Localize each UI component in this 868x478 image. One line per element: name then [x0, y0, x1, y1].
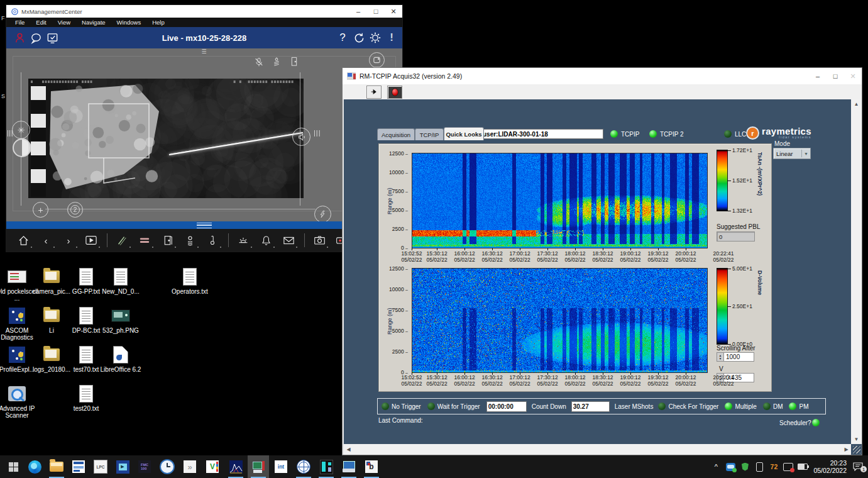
fmc-100[interactable]: FMC100: [134, 455, 155, 478]
spinner-arrows-icon[interactable]: ▲▼: [717, 352, 724, 362]
desktop-icon-advanced-ip-scanner[interactable]: Advanced IP Scanner: [0, 384, 40, 419]
snapshot-icon[interactable]: [310, 233, 329, 248]
home-icon[interactable]: [14, 233, 33, 248]
preset-pin-icon[interactable]: 2: [67, 202, 83, 218]
signal-plot[interactable]: [225, 455, 246, 478]
mic-muted-icon[interactable]: [253, 57, 265, 70]
user-id-input[interactable]: [480, 129, 603, 139]
menu-navigate[interactable]: Navigate: [76, 19, 111, 26]
taskbar: ^ 72 20:23 05/02/2022 1 LPC▶FMC100»Vintb: [0, 455, 868, 478]
rm-maximize-button[interactable]: □: [827, 68, 844, 84]
help-icon[interactable]: ?: [334, 30, 351, 46]
rm-tcpip-acquis[interactable]: [248, 455, 269, 478]
lightning-icon[interactable]: [314, 206, 331, 221]
splitter-grip[interactable]: [197, 223, 212, 228]
scroll-left-arrow[interactable]: ◀: [344, 444, 353, 455]
stop-button[interactable]: [387, 86, 402, 99]
scrolling-after-spinner[interactable]: ▲▼ 1000: [717, 352, 754, 362]
suggested-pbl-field[interactable]: 0: [717, 231, 755, 242]
backup-tool[interactable]: b: [361, 455, 382, 478]
volume-heatmap-plot[interactable]: [412, 268, 708, 373]
remote-desktop[interactable]: [338, 455, 360, 478]
alert-icon[interactable]: !: [383, 30, 400, 46]
taskbar-clock[interactable]: 20:23 05/02/2022: [813, 459, 847, 474]
contrast-icon[interactable]: [13, 138, 31, 157]
desktop-icon-test20-txt[interactable]: test20.txt: [63, 384, 109, 412]
bell-icon[interactable]: [256, 233, 275, 248]
speaker-icon[interactable]: [292, 128, 310, 146]
int-app[interactable]: int: [270, 455, 292, 478]
file-explorer[interactable]: [46, 455, 67, 478]
desktop-icon-532-ph-png[interactable]: 532_ph.PNG: [98, 306, 143, 334]
web-globe[interactable]: [293, 455, 314, 478]
brightness-icon[interactable]: ✳: [12, 121, 30, 139]
player-icon[interactable]: [82, 233, 101, 248]
stage-drag-handle[interactable]: ☰: [201, 48, 207, 55]
mxmc-close-button[interactable]: ✕: [385, 5, 402, 18]
led-pm: [789, 403, 796, 410]
refresh-icon[interactable]: [351, 30, 367, 46]
horizontal-scrollbar[interactable]: ◀ ▶: [344, 444, 851, 455]
mode-dropdown[interactable]: Linear ▼: [773, 148, 811, 159]
settings-gear-icon[interactable]: [367, 30, 383, 46]
camera-view-1-icon[interactable]: [369, 52, 385, 68]
rm-minimize-button[interactable]: –: [809, 68, 827, 84]
menu-file[interactable]: File: [9, 19, 30, 26]
security-shield-icon[interactable]: [739, 463, 751, 471]
clock-app[interactable]: [157, 455, 178, 478]
scroll-down-arrow[interactable]: ▼: [851, 435, 862, 444]
tab-quick-looks[interactable]: Quick Looks: [444, 127, 484, 140]
menu-view[interactable]: View: [52, 19, 76, 26]
beacon-icon[interactable]: [234, 233, 253, 248]
door-icon[interactable]: [288, 56, 300, 70]
action-center-icon[interactable]: 1: [852, 462, 864, 471]
scroll-up-arrow[interactable]: ▲: [851, 99, 862, 109]
door-icon[interactable]: [158, 233, 177, 248]
desktop-icon-libreoffice-6-2[interactable]: LibreOffice 6.2: [98, 345, 143, 373]
value-field[interactable]: [486, 401, 527, 412]
mail-icon[interactable]: [279, 233, 298, 248]
value-field[interactable]: [571, 401, 610, 412]
run-button[interactable]: [366, 86, 382, 99]
media-player[interactable]: ▶: [112, 455, 133, 478]
edge-browser[interactable]: [24, 455, 45, 478]
menu-windows[interactable]: Windows: [111, 19, 147, 26]
vertical-scrollbar[interactable]: ▲ ▼: [851, 99, 862, 444]
desktop-icon-operators-txt[interactable]: Operators.txt: [167, 267, 212, 295]
right-drag-handle[interactable]: |||: [314, 129, 321, 136]
lpc-app[interactable]: LPC: [90, 455, 111, 478]
zoom-plus-icon[interactable]: +: [33, 202, 48, 218]
analog-heatmap-plot[interactable]: [412, 153, 708, 248]
teamviewer-icon[interactable]: [724, 463, 737, 471]
system-config[interactable]: [68, 455, 89, 478]
back-icon[interactable]: ‹: [36, 233, 55, 248]
instrument-panel[interactable]: [316, 455, 337, 478]
heat-icon[interactable]: [180, 233, 199, 248]
tab-acquisition[interactable]: Acquisition: [377, 128, 415, 140]
menu-edit[interactable]: Edit: [30, 19, 52, 26]
sensor-icon[interactable]: [271, 57, 282, 70]
bars-icon[interactable]: [135, 233, 154, 248]
phone-link-icon[interactable]: [753, 462, 766, 472]
tab-tcp-ip[interactable]: TCP/IP: [415, 128, 444, 140]
mxmc-maximize-button[interactable]: □: [367, 5, 385, 18]
temperature-percent[interactable]: 72: [767, 463, 780, 470]
start-button[interactable]: [3, 455, 24, 478]
forward-arrows[interactable]: »: [179, 455, 201, 478]
labview[interactable]: V: [202, 455, 223, 478]
rm-close-button[interactable]: ✕: [844, 68, 862, 84]
menu-help[interactable]: Help: [146, 19, 170, 26]
pen-icon[interactable]: [113, 233, 131, 248]
battery-icon[interactable]: [796, 464, 809, 470]
mxmc-minimize-button[interactable]: –: [349, 5, 367, 18]
thermometer-icon[interactable]: [203, 233, 222, 248]
resize-grip[interactable]: [853, 446, 860, 453]
scroll-right-arrow[interactable]: ▶: [842, 444, 851, 455]
zoom-slider-track[interactable]: [45, 209, 316, 209]
desktop-icon-new-nd-0-[interactable]: New_ND_0...: [98, 267, 143, 295]
camera-live-view[interactable]: [28, 79, 304, 198]
tray-expand-icon[interactable]: ^: [710, 463, 722, 470]
left-drag-handle[interactable]: |||: [7, 129, 13, 136]
screen-record-icon[interactable]: [782, 463, 794, 471]
forward-icon[interactable]: ›: [59, 233, 78, 248]
